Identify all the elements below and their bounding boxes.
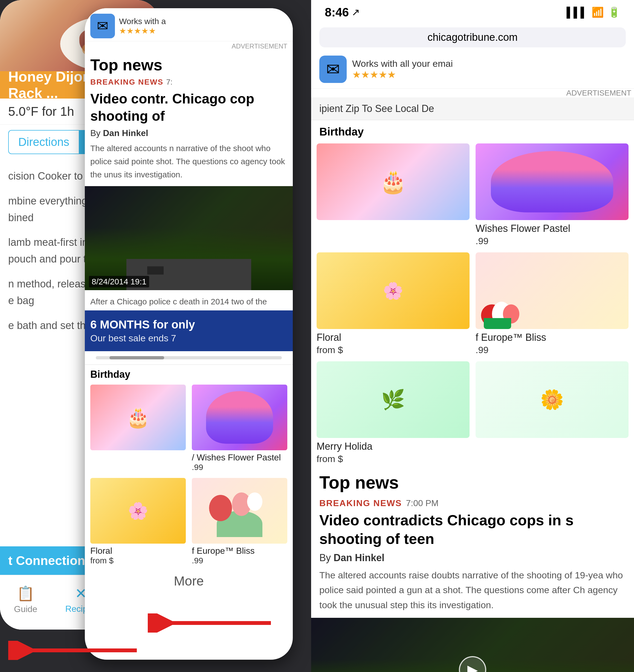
guide-icon: 📋	[17, 585, 34, 602]
ad-works-right: Works with all your emai	[352, 58, 626, 69]
ad-text-mid: Works with a ★★★★★	[119, 17, 287, 35]
ad-banner-right: ✉ Works with all your emai ★★★★★	[311, 50, 634, 89]
middle-browser: ✉ Works with a ★★★★★ ADVERTISEMENT Top n…	[85, 8, 293, 660]
flower-name-europe-mid: f Europe™ Bliss	[192, 546, 287, 556]
sale-title-mid: 6 MONTHS for only	[90, 318, 287, 331]
ad-text-right: Works with all your emai ★★★★★	[352, 58, 626, 80]
flower-birthday[interactable]: 🎂	[314, 141, 472, 249]
top-news-heading: Top news	[311, 467, 634, 496]
breaking-time-mid: 7:	[166, 78, 172, 87]
scroll-thumb-mid	[109, 356, 164, 359]
flower-img-europe-mid	[192, 478, 287, 544]
flower-white[interactable]: 🌼	[473, 359, 631, 467]
status-left: 8:46 ↗	[325, 5, 360, 19]
ad-icon-mid: ✉	[90, 14, 115, 38]
status-bar: 8:46 ↗ ▌▌▌ 📶 🔋	[311, 0, 634, 25]
flower-grid-right: 🎂 Wishes Flower Pastel .99 🌸 Floral from…	[311, 141, 634, 467]
flower-name-europe: f Europe™ Bliss	[476, 332, 629, 343]
flower-img-birthday-mid: 🎂	[90, 385, 186, 450]
article-byline-right: By Dan Hinkel	[311, 551, 634, 565]
wifi-icon: 📶	[592, 6, 604, 18]
url-bar[interactable]: chicagotribune.com	[319, 27, 626, 47]
temp-text: 5.0°F for 1h	[8, 104, 74, 119]
article-title-mid: Video contr. Chicago cop shooting of	[85, 88, 293, 127]
phone-middle: ✉ Works with a ★★★★★ ADVERTISEMENT Top n…	[85, 8, 293, 660]
play-button[interactable]: ▶	[459, 656, 486, 672]
top-news-heading-mid: Top news	[85, 51, 293, 76]
bottom-arrow-mid	[148, 614, 274, 634]
video-thumb-mid: 8/24/2014 19:1	[85, 186, 293, 290]
flower-name-wishes: Wishes Flower Pastel	[476, 223, 629, 234]
battery-icon: 🔋	[608, 6, 620, 18]
article-body-mid: The altered accounts n narrative of the …	[85, 140, 293, 184]
flower-merry[interactable]: 🌿 Merry Holida from $	[314, 359, 472, 467]
author-name-right: Dan Hinkel	[334, 552, 385, 563]
flower-wishes[interactable]: Wishes Flower Pastel .99	[473, 141, 631, 249]
scroll-bar-mid	[96, 356, 282, 359]
flower-img-merry: 🌿	[317, 361, 469, 438]
guide-label: Guide	[14, 604, 37, 614]
breaking-row: BREAKING NEWS 7:00 PM	[311, 496, 634, 508]
more-label-mid: More	[85, 568, 293, 594]
after-video-mid: After a Chicago police c death in 2014 t…	[85, 293, 293, 310]
flower-price-europe-mid: .99	[192, 556, 287, 565]
ad-banner-mid: ✉ Works with a ★★★★★	[85, 8, 293, 41]
flower-img-wishes-mid	[192, 385, 287, 450]
bottom-arrow-left	[8, 641, 140, 661]
flower-img-white: 🌼	[476, 361, 629, 438]
breaking-label: BREAKING NEWS	[319, 498, 402, 508]
phone-right: 8:46 ↗ ▌▌▌ 📶 🔋 chicagotribune.com ✉ Work…	[311, 0, 634, 672]
article-title-right: Video contradicts Chicago cops in s shoo…	[311, 508, 634, 551]
flower-floral[interactable]: 🌸 Floral from $	[314, 250, 472, 358]
flower-item-europe-mid: f Europe™ Bliss .99	[189, 475, 290, 568]
flower-zip-bar: ipient Zip To See Local De	[311, 97, 634, 120]
flower-section-mid: Birthday	[85, 364, 293, 382]
flower-item-wishes-mid: / Wishes Flower Pastel .99	[189, 382, 290, 475]
flower-name-floral-mid: Floral	[90, 546, 186, 556]
signal-icon: ▌▌▌	[566, 6, 587, 18]
flower-img-floral-mid: 🌸	[90, 478, 186, 544]
tab-directions[interactable]: Directions	[8, 130, 79, 154]
article-body-right: The altered accounts raise doubts narrat…	[311, 565, 634, 615]
status-time: 8:46	[325, 5, 349, 19]
flower-europe[interactable]: f Europe™ Bliss .99	[473, 250, 631, 358]
flower-name-merry: Merry Holida	[317, 441, 469, 452]
breaking-label-mid: BREAKING NEWS	[90, 78, 163, 87]
birthday-section-title: Birthday	[311, 120, 634, 141]
ad-icon-right: ✉	[319, 55, 347, 83]
ad-works-mid: Works with a	[119, 17, 287, 26]
flower-price-wishes: .99	[476, 236, 629, 246]
video-thumb-right: ▶ 8/24/2014 19:10:23	[311, 618, 634, 672]
ad-stars-right: ★★★★★	[352, 69, 626, 80]
flower-price-floral: from $	[317, 345, 469, 355]
video-overlay-right[interactable]: ▶	[311, 618, 634, 672]
flower-item-birthday-mid: 🎂	[88, 382, 189, 475]
video-timestamp-mid: 8/24/2014 19:1	[89, 276, 149, 287]
ad-stars-mid: ★★★★★	[119, 26, 287, 35]
flower-price-merry: from $	[317, 454, 469, 464]
top-news-area: Top news BREAKING NEWS 7:00 PM Video con…	[311, 467, 634, 672]
flower-img-pastel	[476, 143, 629, 220]
flower-grid-mid: 🎂 / Wishes Flower Pastel .99 🌸 Floral fr…	[85, 382, 293, 568]
flower-name-wishes-mid: / Wishes Flower Pastel	[192, 453, 287, 463]
ad-label-right: ADVERTISEMENT	[311, 89, 634, 97]
status-right-icons: ▌▌▌ 📶 🔋	[566, 6, 620, 18]
sale-banner-mid: 6 MONTHS for only Our best sale ends 7	[85, 310, 293, 351]
video-overlay-mid	[85, 186, 293, 290]
flower-img-birthday: 🎂	[317, 143, 469, 220]
connection-text: t Connection	[8, 553, 85, 568]
flower-item-floral-mid: 🌸 Floral from $	[88, 475, 189, 568]
flower-price-wishes-mid: .99	[192, 463, 287, 472]
sale-subtitle-mid: Our best sale ends 7	[90, 333, 287, 343]
flower-price-floral-mid: from $	[90, 556, 186, 565]
nav-guide[interactable]: 📋 Guide	[14, 585, 37, 614]
flower-name-floral: Floral	[317, 332, 469, 343]
article-byline-mid: By Dan Hinkel	[85, 127, 293, 140]
flower-price-europe: .99	[476, 345, 629, 355]
breaking-row-mid: BREAKING NEWS 7:	[85, 76, 293, 88]
pastel-inner	[491, 151, 613, 212]
location-arrow-icon: ↗	[351, 6, 360, 18]
url-text: chicagotribune.com	[428, 31, 518, 43]
breaking-time: 7:00 PM	[406, 498, 439, 508]
flower-img-europe	[476, 253, 629, 329]
